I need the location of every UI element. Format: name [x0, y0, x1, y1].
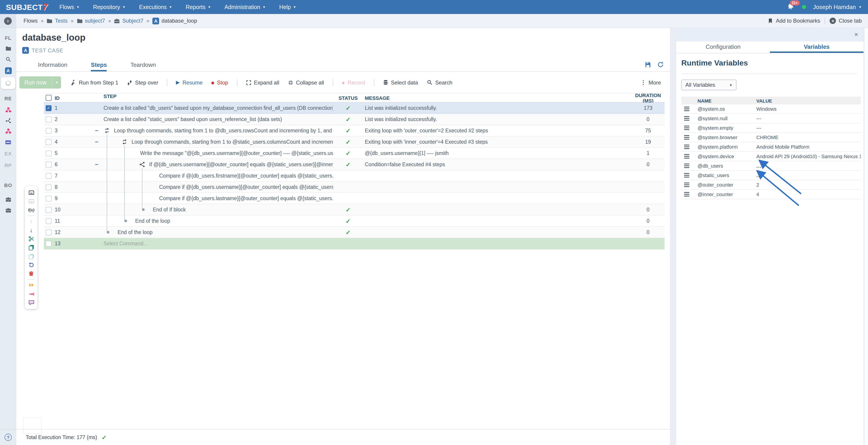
step-checkbox[interactable]	[46, 116, 52, 122]
sidebar-item-molecule[interactable]	[0, 116, 16, 126]
tab-information[interactable]: Information	[38, 60, 67, 71]
more-button[interactable]: ⋮ More	[640, 79, 661, 86]
step-checkbox[interactable]	[46, 173, 52, 179]
nav-menu-repository[interactable]: Repository▼	[93, 4, 125, 10]
collapse-step-button[interactable]: −	[95, 138, 98, 145]
sidebar-item-briefcase-2[interactable]	[0, 205, 16, 215]
drag-handle-icon[interactable]	[684, 144, 689, 149]
step-checkbox[interactable]: ✓	[46, 105, 52, 111]
select-all-checkbox[interactable]	[46, 95, 52, 101]
close-panel-icon[interactable]: ×	[855, 31, 858, 38]
variable-row--system-null[interactable]: @system.null---	[681, 114, 861, 123]
sidebar-item-test-case[interactable]: A	[0, 66, 16, 75]
variable-row--db-users[interactable]: @db_users...	[681, 161, 861, 171]
variable-row--static-users[interactable]: @static_users...	[681, 171, 861, 180]
step-checkbox[interactable]	[46, 162, 52, 167]
toolbar-element-frame-button[interactable]	[28, 189, 34, 196]
step-row-8[interactable]: 8Compare if @{db_users.username}[@outer_…	[44, 182, 664, 193]
toolbar-jump-to-step-button[interactable]	[28, 291, 34, 297]
toolbar-copy-button[interactable]	[28, 244, 34, 251]
step-checkbox[interactable]	[46, 195, 52, 201]
run-now-dropdown[interactable]: ▼	[52, 76, 61, 89]
sidebar-item-folder[interactable]	[0, 43, 16, 53]
nav-menu-reports[interactable]: Reports▼	[186, 4, 211, 10]
sidebar-expand[interactable]: ›	[0, 14, 16, 28]
sidebar-item-spinner[interactable]	[1, 77, 16, 89]
step-checkbox[interactable]	[46, 150, 52, 156]
step-row-1[interactable]: ✓1Create a list called "db_users" based …	[44, 103, 664, 114]
drag-handle-icon[interactable]	[684, 182, 689, 187]
drag-handle-icon[interactable]	[684, 164, 689, 168]
select-data-button[interactable]: Select data	[383, 79, 418, 85]
help-button[interactable]: ?	[0, 429, 16, 445]
collapse-all-button[interactable]: Collapse all	[288, 79, 324, 85]
breadcrumb-item-subject7[interactable]: subject7	[76, 18, 105, 24]
add-to-bookmarks-button[interactable]: Add to Bookmarks	[768, 18, 820, 24]
drag-handle-icon[interactable]	[684, 126, 689, 130]
toolbar-move-down-button[interactable]: ↓	[30, 227, 33, 233]
variable-row--system-device[interactable]: @system.deviceAndroid API 29 (Android10)…	[681, 152, 861, 161]
run-now-button[interactable]: Run now ▼	[20, 76, 61, 89]
variable-value[interactable]: ...	[752, 163, 861, 169]
step-row-12[interactable]: 12End of the loop✓0	[44, 227, 664, 238]
toolbar-function-button[interactable]: f(x)	[28, 207, 34, 213]
tab-variables[interactable]: Variables	[770, 41, 864, 53]
sidebar-item-rp[interactable]: RP	[0, 160, 16, 170]
step-row-2[interactable]: 2Create a list called "static_users" bas…	[44, 114, 664, 125]
step-row-11[interactable]: 11End of the loop✓0	[44, 215, 664, 227]
notifications-button[interactable]: 11+	[786, 3, 796, 11]
tab-configuration[interactable]: Configuration	[676, 41, 770, 53]
collapse-step-button[interactable]: −	[95, 161, 98, 168]
sidebar-item-briefcase-1[interactable]	[0, 194, 16, 204]
step-row-3[interactable]: 3−Loop through commands, starting from 1…	[44, 125, 664, 136]
tab-teardown[interactable]: Teardown	[130, 60, 156, 71]
collapse-step-button[interactable]: −	[95, 127, 98, 134]
variable-row--outer-counter[interactable]: @outer_counter2	[681, 180, 861, 190]
step-row-4[interactable]: 4−Loop through commands, starting from 1…	[44, 136, 664, 148]
tab-steps[interactable]: Steps	[91, 60, 107, 71]
step-checkbox[interactable]	[46, 229, 52, 235]
variable-row--inner-counter[interactable]: @inner_counter4	[681, 190, 861, 199]
nav-menu-help[interactable]: Help▼	[279, 4, 296, 10]
drag-handle-icon[interactable]	[684, 154, 689, 159]
variable-row--system-os[interactable]: @system.osWindows	[681, 104, 861, 114]
run-from-step-button[interactable]: Run from Step 1	[70, 79, 119, 85]
sidebar-item-window[interactable]	[0, 137, 16, 147]
page-scrollbar[interactable]	[864, 14, 868, 445]
breadcrumb-item-subject7[interactable]: Subject7	[114, 18, 143, 24]
step-row-9[interactable]: 9Compare if @{db_users.lastname}[@outer_…	[44, 193, 664, 204]
step-row-5[interactable]: 5Write the message "@{db_users.username}…	[44, 148, 664, 159]
sidebar-item-search[interactable]	[0, 54, 16, 64]
breadcrumb-item-flows[interactable]: Flows	[24, 18, 38, 24]
variable-value[interactable]: ...	[752, 173, 861, 178]
step-over-button[interactable]: Step over	[127, 79, 158, 85]
toolbar-delete-button[interactable]	[29, 271, 34, 277]
variable-row--system-empty[interactable]: @system.empty---	[681, 123, 861, 133]
step-checkbox[interactable]	[46, 184, 52, 190]
step-row-13[interactable]: 13Select Command...	[44, 238, 664, 249]
save-button[interactable]	[645, 62, 651, 68]
close-tab-button[interactable]: × Close tab	[830, 18, 862, 24]
drag-handle-icon[interactable]	[684, 135, 689, 140]
user-menu[interactable]: Joseph Hamdan ▼	[813, 4, 862, 10]
sidebar-item-re[interactable]: RE	[0, 94, 16, 103]
sidebar-item-fl[interactable]: FL	[0, 33, 16, 43]
resume-button[interactable]: ▶ Resume	[176, 79, 203, 85]
expand-all-button[interactable]: Expand all	[246, 79, 279, 85]
step-checkbox[interactable]	[46, 139, 52, 145]
step-row-6[interactable]: 6−If @{db_users.username}[@outer_counter…	[44, 159, 664, 170]
variables-filter-dropdown[interactable]: All Variables ▼	[681, 79, 737, 90]
search-button[interactable]: Search	[427, 79, 452, 85]
subject7-logo[interactable]: SUBJECT7	[6, 2, 48, 12]
variable-row--system-browser[interactable]: @system.browserCHROME	[681, 133, 861, 142]
drag-handle-icon[interactable]	[684, 116, 689, 121]
sidebar-item-ex[interactable]: EX	[0, 149, 16, 159]
step-checkbox[interactable]	[46, 218, 52, 224]
breadcrumb-item-tests[interactable]: Tests	[47, 18, 68, 24]
step-row-10[interactable]: 10End of If block✓0	[44, 204, 664, 215]
sidebar-item-bo[interactable]: BO	[0, 180, 16, 190]
sidebar-item-sitemap-1[interactable]	[0, 105, 16, 115]
toolbar-comment-button[interactable]	[28, 300, 34, 306]
step-checkbox[interactable]	[46, 207, 52, 212]
drag-handle-icon[interactable]	[684, 173, 689, 177]
